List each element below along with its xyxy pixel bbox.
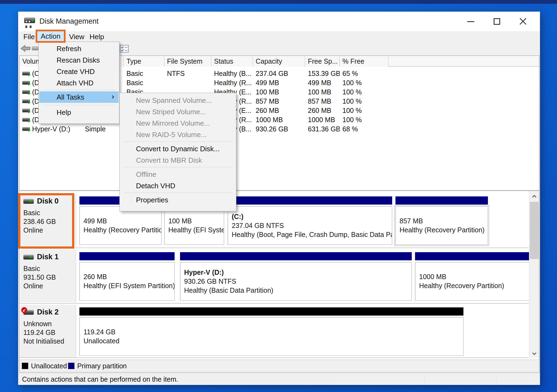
partition-size: 119.24 GB bbox=[83, 328, 463, 337]
cell-capacity: 857 MB bbox=[253, 97, 305, 106]
column-header-status[interactable]: Status bbox=[211, 56, 253, 67]
maximize-button[interactable] bbox=[484, 12, 510, 31]
menu-separator bbox=[42, 105, 115, 105]
primary-partition-bar bbox=[228, 196, 392, 205]
menu-item-attach-vhd[interactable]: Attach VHD bbox=[39, 77, 119, 89]
cell-status: Healthy (B... bbox=[211, 69, 253, 78]
menu-help[interactable]: Help bbox=[89, 32, 105, 42]
scroll-up-button[interactable] bbox=[529, 191, 539, 201]
partition-size: 237.04 GB NTFS bbox=[232, 221, 392, 230]
cell-free-space: 1000 MB bbox=[305, 115, 340, 124]
partition-status: Healthy (Basic Data Partition) bbox=[184, 286, 411, 295]
window-controls bbox=[458, 12, 536, 31]
menu-item-create-vhd[interactable]: Create VHD bbox=[39, 66, 119, 77]
volume-name: Hyper-V (D:) bbox=[32, 125, 70, 133]
menu-item-detach-vhd[interactable]: Detach VHD bbox=[120, 180, 236, 192]
menu-item-new-spanned-volume[interactable]: New Spanned Volume... bbox=[120, 95, 236, 106]
disk-2-info[interactable]: ↙ Disk 2 Unknown 119.24 GB Not Initialis… bbox=[20, 305, 76, 357]
menu-file[interactable]: File bbox=[22, 32, 36, 42]
disk-icon bbox=[23, 255, 34, 260]
cell-file-system bbox=[164, 78, 211, 87]
submenu-arrow-icon bbox=[111, 95, 114, 99]
disk-kind: Unknown bbox=[23, 320, 52, 328]
volume-icon bbox=[22, 127, 30, 131]
partition-box[interactable]: 1000 MB Healthy (Recovery Partition) bbox=[415, 251, 533, 301]
menu-item-new-raid5-volume[interactable]: New RAID-5 Volume... bbox=[120, 129, 236, 140]
band-separator bbox=[20, 303, 529, 304]
table-row[interactable]: Hyper-V (D:) Simple Healthy (B... 930.26… bbox=[20, 124, 539, 134]
menu-separator bbox=[123, 141, 232, 142]
legend-unallocated: Unallocated bbox=[31, 362, 67, 370]
menu-item-refresh[interactable]: Refresh bbox=[39, 43, 119, 54]
volume-icon bbox=[22, 72, 30, 75]
minimize-button[interactable] bbox=[458, 12, 484, 31]
partition-box-c-drive[interactable]: (C:) 237.04 GB NTFS Healthy (Boot, Page … bbox=[228, 195, 392, 245]
menu-item-new-mirrored-volume[interactable]: New Mirrored Volume... bbox=[120, 118, 236, 129]
partition-size: 930.26 GB NTFS bbox=[184, 277, 411, 286]
cell-capacity: 260 MB bbox=[253, 106, 305, 115]
vertical-scrollbar[interactable] bbox=[529, 191, 539, 358]
cell-capacity: 930.26 GB bbox=[253, 124, 305, 134]
menu-item-new-striped-volume[interactable]: New Striped Volume... bbox=[120, 106, 236, 118]
status-divider bbox=[496, 375, 497, 383]
menu-item-offline[interactable]: Offline bbox=[120, 169, 236, 180]
disk0-annotation-box bbox=[18, 193, 74, 249]
menu-item-properties[interactable]: Properties bbox=[120, 194, 236, 206]
menu-item-convert-to-mbr-disk[interactable]: Convert to MBR Disk bbox=[120, 155, 236, 166]
action-annotation-box: Action bbox=[36, 30, 66, 43]
minimize-icon bbox=[467, 21, 474, 22]
chevron-up-icon bbox=[532, 195, 536, 199]
cell-pct-free: 68 % bbox=[340, 124, 388, 134]
menu-item-all-tasks[interactable]: All Tasks bbox=[39, 91, 119, 103]
menu-item-help[interactable]: Help bbox=[39, 107, 119, 118]
disk-unknown-icon: ↙ bbox=[23, 310, 34, 315]
close-button[interactable] bbox=[510, 12, 536, 31]
volume-icon bbox=[22, 118, 30, 122]
partition-size: 1000 MB bbox=[419, 272, 533, 281]
column-header-type[interactable]: Type bbox=[124, 56, 164, 67]
menu-separator bbox=[42, 90, 115, 90]
disk-2-band: ↙ Disk 2 Unknown 119.24 GB Not Initialis… bbox=[20, 305, 529, 357]
disk-state: Not Initialised bbox=[23, 337, 64, 345]
unallocated-swatch bbox=[22, 363, 28, 369]
disk-0-band: Disk 0 Basic 238.46 GB Online 499 MB Hea… bbox=[20, 194, 529, 246]
console-window-icon[interactable] bbox=[32, 47, 38, 50]
scrollbar-thumb[interactable] bbox=[530, 202, 539, 259]
partition-box[interactable]: 857 MB Healthy (Recovery Partition) bbox=[395, 195, 488, 245]
cell-status: Healthy (R... bbox=[211, 78, 253, 87]
cell-pct-free: 100 % bbox=[340, 106, 388, 115]
column-header-file-system[interactable]: File System bbox=[164, 56, 211, 67]
not-initialised-badge-icon: ↙ bbox=[21, 307, 27, 313]
partition-size: 857 MB bbox=[400, 217, 488, 226]
back-arrow-icon[interactable] bbox=[20, 44, 31, 54]
status-divider bbox=[425, 375, 425, 383]
menu-item-rescan-disks[interactable]: Rescan Disks bbox=[39, 54, 119, 66]
menu-view[interactable]: View bbox=[68, 32, 85, 42]
show-hide-console-tree-icon[interactable] bbox=[120, 44, 129, 54]
partition-title: Hyper-V (D:) bbox=[184, 268, 411, 277]
partition-status: Healthy (Boot, Page File, Crash Dump, Ba… bbox=[232, 230, 392, 239]
column-header-capacity[interactable]: Capacity bbox=[253, 56, 305, 67]
column-header-free-space[interactable]: Free Sp... bbox=[305, 56, 340, 67]
legend-primary-partition: Primary partition bbox=[77, 362, 127, 370]
unallocated-box[interactable]: 119.24 GB Unallocated bbox=[79, 306, 463, 356]
maximize-icon bbox=[494, 18, 500, 25]
cell-capacity: 1000 MB bbox=[253, 115, 305, 124]
partition-box-hyper-v[interactable]: Hyper-V (D:) 930.26 GB NTFS Healthy (Bas… bbox=[180, 251, 412, 301]
scroll-down-button[interactable] bbox=[529, 348, 539, 358]
chevron-down-icon bbox=[532, 351, 536, 355]
volume-icon bbox=[22, 90, 30, 94]
all-tasks-submenu: New Spanned Volume... New Striped Volume… bbox=[119, 93, 236, 211]
action-dropdown-menu: Refresh Rescan Disks Create VHD Attach V… bbox=[38, 42, 119, 124]
column-header-pct-free[interactable]: % Free bbox=[340, 56, 388, 67]
disk-size: 119.24 GB bbox=[23, 329, 55, 337]
menu-bar: File Action View Help bbox=[18, 31, 540, 42]
cell-free-space: 857 MB bbox=[305, 97, 340, 106]
disk-1-info[interactable]: Disk 1 Basic 931.50 GB Online bbox=[20, 249, 76, 302]
partition-status: Healthy (Recovery Partition) bbox=[83, 226, 161, 234]
status-text: Contains actions that can be performed o… bbox=[22, 375, 178, 383]
cell-type: Basic bbox=[124, 69, 164, 78]
menu-action[interactable]: Action bbox=[37, 31, 64, 41]
partition-box[interactable]: 260 MB Healthy (EFI System Partition) bbox=[79, 251, 175, 301]
menu-item-convert-to-dynamic-disk[interactable]: Convert to Dynamic Disk... bbox=[120, 143, 236, 155]
